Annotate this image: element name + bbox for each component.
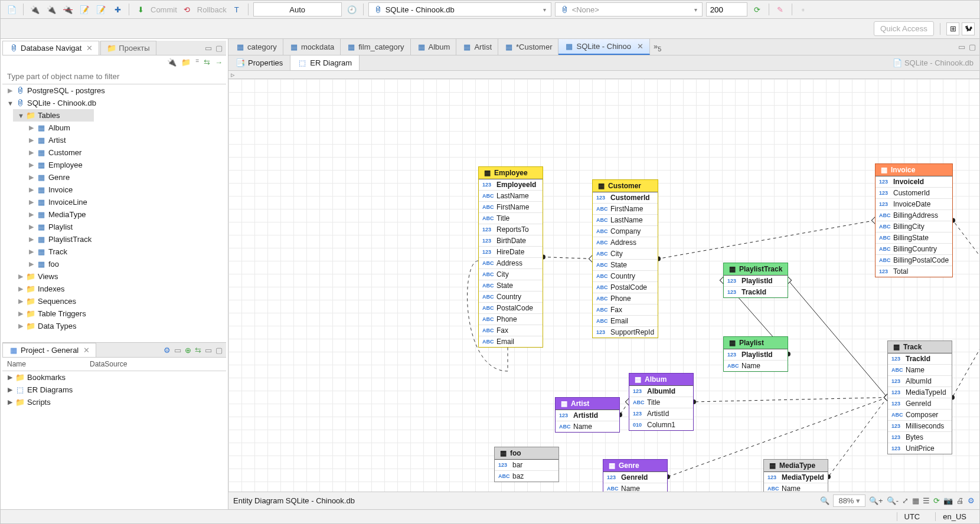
entity-invoice[interactable]: ▦Invoice123InvoiceId123CustomerId123Invo…: [875, 163, 953, 277]
export-icon[interactable]: 📷: [943, 496, 953, 505]
nav-collapse-icon[interactable]: ⇆: [204, 58, 210, 67]
tree-item[interactable]: ▶▦Customer: [24, 146, 94, 159]
exec-icon[interactable]: ▫: [797, 3, 810, 16]
zoom-out-icon[interactable]: 🔍-: [887, 496, 899, 505]
entity-column[interactable]: ABCName: [724, 361, 788, 371]
entity-column[interactable]: 123TrackId: [724, 287, 788, 297]
database-dropdown[interactable]: 🛢 <None>▾: [555, 2, 703, 17]
entity-mediatype[interactable]: ▦MediaType123MediaTypeIdABCName: [763, 459, 828, 492]
minimize2-icon[interactable]: ▭: [205, 346, 212, 355]
editor-tab[interactable]: ▦SQLite - Chinoo✕: [558, 39, 650, 55]
tab-projects[interactable]: 📁 Проекты: [100, 41, 156, 55]
entity-column[interactable]: ABCCountry: [593, 271, 658, 282]
col-name[interactable]: Name: [2, 358, 85, 371]
editor-tab[interactable]: ▦Album: [411, 39, 457, 55]
entity-playlist[interactable]: ▦Playlist123PlaylistIdABCName: [723, 336, 788, 372]
entity-column[interactable]: ABCBillingAddress: [876, 210, 952, 221]
tree-item[interactable]: ▶▦Track: [24, 245, 94, 258]
tree-item[interactable]: ▶▦MediaType: [24, 208, 94, 221]
entity-column[interactable]: 123Milliseconds: [888, 421, 952, 432]
entity-column[interactable]: ABCTitle: [629, 397, 693, 408]
gear-icon[interactable]: ⚙: [164, 346, 171, 355]
entity-column[interactable]: ABCAddress: [593, 237, 658, 248]
er-diagram-canvas[interactable]: ▦Employee123EmployeeIdABCLastNameABCFirs…: [228, 79, 979, 492]
entity-column[interactable]: 123HireDate: [479, 247, 543, 258]
tree-item[interactable]: ▶▦PlaylistTrack: [24, 233, 94, 245]
entity-column[interactable]: ABCPostalCode: [479, 303, 543, 314]
entity-column[interactable]: ABCName: [556, 421, 619, 432]
entity-column[interactable]: ABCLastName: [593, 215, 658, 226]
subtab-er-diagram[interactable]: ⬚ ER Diagram: [290, 55, 360, 70]
entity-column[interactable]: ABCCountry: [479, 292, 543, 303]
link-icon[interactable]: ⇆: [195, 346, 201, 355]
entity-column[interactable]: ABCPhone: [593, 293, 658, 304]
rollback-icon[interactable]: ⟲: [181, 3, 194, 16]
outline-toggle-icon[interactable]: ▹: [228, 70, 237, 79]
collapse-icon[interactable]: ▭: [174, 346, 181, 355]
project-tree[interactable]: ▶📁Bookmarks▶⬚ER Diagrams▶📁Scripts: [2, 371, 226, 408]
entity-column[interactable]: ABCName: [603, 483, 667, 492]
entity-column[interactable]: ABCEmail: [479, 336, 543, 347]
tree-item[interactable]: ▶▦Employee: [24, 159, 94, 171]
editor-tab[interactable]: ▦mockdata: [283, 39, 341, 55]
add-icon[interactable]: ⊕: [185, 346, 191, 355]
entity-column[interactable]: ABCState: [593, 260, 658, 271]
entity-column[interactable]: ABCFirstName: [593, 204, 658, 215]
project-item[interactable]: ▶📁Bookmarks: [2, 371, 226, 384]
row-limit-input[interactable]: [706, 2, 747, 17]
tree-item[interactable]: ▶▦Invoice: [24, 184, 94, 196]
col-datasource[interactable]: DataSource: [85, 358, 132, 371]
more-tabs-icon[interactable]: »5: [650, 42, 665, 53]
entity-column[interactable]: 123Total: [876, 266, 952, 277]
editor-tab[interactable]: ▦Artist: [456, 39, 498, 55]
entity-column[interactable]: ABCFirstName: [479, 202, 543, 213]
entity-column[interactable]: 123MediaTypeId: [764, 472, 828, 483]
entity-column[interactable]: 010Column1: [629, 420, 693, 430]
entity-column[interactable]: 123ArtistId: [556, 410, 619, 421]
entity-column[interactable]: ABCTitle: [479, 213, 543, 224]
entity-foo[interactable]: ▦foo123barABCbaz: [494, 447, 559, 482]
tree-item[interactable]: ▶▦Album: [24, 122, 94, 134]
tree-item[interactable]: ▶📁Indexes: [13, 283, 94, 295]
entity-column[interactable]: 123PlaylistId: [724, 276, 788, 287]
entity-column[interactable]: ABCState: [479, 280, 543, 292]
tree-item[interactable]: ▶▦foo: [24, 258, 94, 270]
entity-album[interactable]: ▦Album123AlbumIdABCTitle123ArtistId010Co…: [629, 373, 694, 431]
tree-item[interactable]: ▼🛢SQLite - Chinook.db: [2, 97, 226, 109]
ed-maximize-icon[interactable]: ▢: [969, 42, 976, 51]
sql-new-icon[interactable]: 📄: [5, 3, 18, 16]
entity-column[interactable]: 123TrackId: [888, 353, 952, 365]
entity-column[interactable]: 123InvoiceId: [876, 176, 952, 188]
entity-employee[interactable]: ▦Employee123EmployeeIdABCLastNameABCFirs…: [478, 166, 543, 348]
close-icon[interactable]: ✕: [637, 42, 643, 51]
entity-column[interactable]: ABCBillingCity: [876, 221, 952, 232]
zoom-value[interactable]: 88%: [838, 496, 854, 505]
entity-column[interactable]: ABCPhone: [479, 314, 543, 325]
tree-item[interactable]: ▶▦Playlist: [24, 221, 94, 233]
tab-database-navigator[interactable]: 🛢 Database Navigat ✕: [2, 41, 99, 55]
commit-label[interactable]: Commit: [151, 5, 177, 14]
nav-link-icon[interactable]: →: [215, 58, 223, 67]
entity-column[interactable]: 123AlbumId: [629, 386, 693, 397]
minimize-icon[interactable]: ▭: [205, 44, 212, 53]
tab-project-general[interactable]: ▦ Project - General ✕: [2, 343, 96, 357]
stop-icon[interactable]: ✎: [774, 3, 787, 16]
navigator-filter-input[interactable]: [2, 69, 226, 84]
fit-icon[interactable]: ⤢: [902, 496, 909, 505]
entity-customer[interactable]: ▦Customer123CustomerIdABCFirstNameABCLas…: [592, 179, 658, 338]
editor-tab[interactable]: ▦category: [230, 39, 283, 55]
maximize-icon[interactable]: ▢: [215, 44, 223, 53]
entity-column[interactable]: 123UnitPrice: [888, 443, 952, 454]
project-item[interactable]: ▶📁Scripts: [2, 396, 226, 408]
tree-item[interactable]: ▶📁Data Types: [13, 320, 94, 332]
sql-script-icon[interactable]: 📝: [94, 3, 107, 16]
tree-item[interactable]: ▶📁Views: [13, 270, 94, 283]
close-icon[interactable]: ✕: [86, 44, 93, 53]
tx-mode-dropdown[interactable]: Auto: [253, 2, 342, 17]
entity-column[interactable]: 123Bytes: [888, 432, 952, 443]
zoom-in-icon[interactable]: 🔍+: [869, 496, 883, 505]
entity-column[interactable]: 123GenreId: [888, 398, 952, 410]
rollback-label[interactable]: Rollback: [197, 5, 227, 14]
settings-icon[interactable]: ⚙: [968, 496, 975, 505]
entity-column[interactable]: ABCCompany: [593, 226, 658, 237]
